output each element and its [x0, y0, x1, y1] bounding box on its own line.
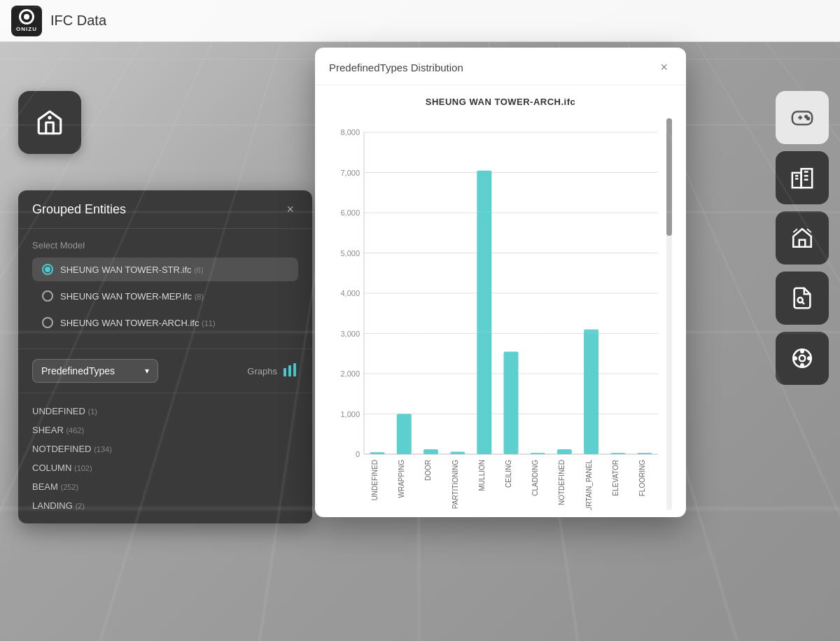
svg-rect-54: [610, 453, 625, 454]
svg-rect-42: [450, 452, 465, 454]
chevron-down-icon: ▾: [145, 366, 149, 376]
svg-point-12: [801, 350, 803, 352]
svg-text:DOOR: DOOR: [424, 460, 432, 481]
entity-name: UNDEFINED: [32, 406, 85, 416]
select-model-label: Select Model: [32, 240, 298, 251]
model-option[interactable]: SHEUNG WAN TOWER-STR.ifc (6): [32, 258, 298, 281]
graphs-label: Graphs: [247, 366, 277, 376]
svg-text:5,000: 5,000: [340, 249, 360, 258]
entity-list-item[interactable]: COLUMN (102): [32, 458, 309, 477]
sidebar-doc-search-button[interactable]: [776, 272, 829, 325]
app-header: ONIZU IFC Data: [0, 0, 840, 42]
svg-text:0: 0: [356, 450, 360, 458]
entity-count: (252): [60, 483, 78, 491]
logo-text: ONIZU: [16, 26, 37, 32]
svg-text:MULLION: MULLION: [478, 460, 486, 491]
home-button[interactable]: [18, 91, 81, 154]
svg-text:CURTAIN_PANEL: CURTAIN_PANEL: [585, 460, 593, 510]
radio-button: [42, 317, 53, 328]
svg-rect-44: [477, 171, 491, 454]
entity-list-item[interactable]: NOTDEFINED (134): [32, 439, 309, 458]
svg-rect-46: [504, 351, 519, 454]
bar-chart-icon[interactable]: [283, 362, 298, 380]
svg-point-6: [807, 118, 809, 120]
chart-modal: PredefinedTypes Distribution × SHEUNG WA…: [315, 48, 686, 517]
buildings-icon: [790, 166, 814, 190]
svg-text:6,000: 6,000: [340, 209, 360, 217]
entity-list-item[interactable]: UNDEFINED (1): [32, 402, 309, 421]
chart-scrollbar[interactable]: [666, 118, 672, 510]
svg-rect-36: [370, 452, 385, 454]
entity-list-item[interactable]: BEAM (252): [32, 477, 309, 496]
entity-name: BEAM: [32, 481, 58, 492]
entity-count: (1): [88, 407, 97, 416]
entity-count: (102): [74, 464, 92, 472]
entity-name: SHEAR: [32, 425, 64, 435]
svg-text:CLADDING: CLADDING: [531, 460, 539, 496]
model-name: SHEUNG WAN TOWER-MEP.ifc (8): [60, 291, 204, 302]
svg-text:1,000: 1,000: [340, 410, 360, 418]
predefined-types-dropdown[interactable]: PredefinedTypes ▾: [32, 359, 158, 383]
dropdown-label: PredefinedTypes: [41, 365, 115, 376]
logo-container: ONIZU IFC Data: [11, 6, 106, 36]
gamepad-icon: [790, 106, 814, 129]
svg-point-15: [808, 357, 810, 359]
chart-svg: 01,0002,0003,0004,0005,0006,0007,0008,00…: [329, 118, 672, 510]
grouped-entities-panel: Grouped Entities × Select Model SHEUNG W…: [18, 190, 312, 523]
model-option[interactable]: SHEUNG WAN TOWER-ARCH.ifc (11): [32, 311, 298, 334]
entity-count: (134): [94, 445, 112, 453]
svg-text:WRAPPING: WRAPPING: [398, 460, 405, 498]
svg-rect-56: [637, 453, 652, 454]
sidebar-gamepad-button[interactable]: [776, 91, 829, 144]
chart-modal-header: PredefinedTypes Distribution ×: [315, 48, 686, 85]
logo-circle: [19, 9, 34, 24]
svg-point-14: [794, 357, 796, 359]
entity-count: (2): [75, 502, 84, 510]
svg-point-11: [799, 355, 806, 362]
sidebar-home-arch-button[interactable]: [776, 211, 829, 265]
select-model-section: Select Model SHEUNG WAN TOWER-STR.ifc (6…: [18, 229, 312, 349]
entity-list: UNDEFINED (1)SHEAR (462)NOTDEFINED (134)…: [18, 393, 312, 523]
svg-point-13: [801, 364, 803, 366]
svg-text:FLOORING: FLOORING: [638, 460, 646, 496]
panel-title: Grouped Entities: [32, 202, 126, 217]
svg-rect-50: [557, 449, 572, 454]
entity-list-item[interactable]: SHEAR (462): [32, 421, 309, 439]
svg-text:4,000: 4,000: [340, 289, 360, 297]
model-option[interactable]: SHEUNG WAN TOWER-MEP.ifc (8): [32, 284, 298, 308]
svg-text:PARTITIONING: PARTITIONING: [451, 460, 459, 509]
chart-modal-title: PredefinedTypes Distribution: [329, 62, 463, 73]
app-title: IFC Data: [50, 13, 106, 29]
svg-rect-1: [284, 368, 286, 376]
home-icon: [35, 108, 64, 137]
svg-text:3,000: 3,000: [340, 330, 360, 338]
svg-text:2,000: 2,000: [340, 369, 360, 378]
chart-container: 01,0002,0003,0004,0005,0006,0007,0008,00…: [329, 118, 672, 510]
dropdown-section: PredefinedTypes ▾ Graphs: [18, 349, 312, 393]
logo-icon: ONIZU: [11, 6, 42, 36]
logo-dot: [24, 14, 29, 20]
sidebar-reel-button[interactable]: [776, 332, 829, 385]
svg-rect-40: [424, 449, 438, 454]
svg-text:NOTDEFINED: NOTDEFINED: [558, 460, 566, 505]
model-options: SHEUNG WAN TOWER-STR.ifc (6) SHEUNG WAN …: [32, 258, 298, 334]
sidebar-buildings-button[interactable]: [776, 151, 829, 204]
document-search-icon: [790, 286, 814, 310]
panel-header: Grouped Entities ×: [18, 190, 312, 229]
chart-scrollbar-thumb: [666, 118, 672, 236]
entity-list-item[interactable]: LANDING (2): [32, 496, 309, 515]
svg-text:8,000: 8,000: [340, 128, 360, 136]
right-sidebar: [776, 91, 829, 385]
svg-rect-48: [531, 453, 545, 454]
svg-text:CEILING: CEILING: [505, 460, 512, 488]
panel-close-button[interactable]: ×: [282, 202, 298, 217]
chart-area: SHEUNG WAN TOWER-ARCH.ifc 01,0002,0003,0…: [315, 85, 686, 517]
chart-close-button[interactable]: ×: [656, 59, 672, 76]
radio-button: [42, 264, 53, 275]
entity-name: NOTDEFINED: [32, 444, 92, 454]
model-name: SHEUNG WAN TOWER-STR.ifc (6): [60, 265, 204, 275]
radio-button: [42, 290, 53, 302]
radio-inner: [45, 267, 50, 272]
entity-name: LANDING: [32, 500, 73, 511]
home-arch-icon: [790, 226, 814, 250]
